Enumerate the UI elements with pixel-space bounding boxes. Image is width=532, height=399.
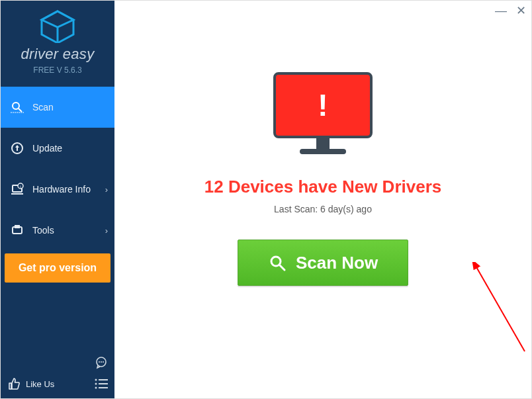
svg-marker-7: [15, 145, 19, 151]
version-label: FREE V 5.6.3: [1, 66, 114, 75]
scan-icon: [10, 101, 24, 114]
svg-point-3: [13, 103, 19, 109]
scan-now-label: Scan Now: [296, 253, 378, 273]
chevron-right-icon: ›: [105, 185, 108, 195]
sidebar-item-label: Update: [32, 143, 62, 154]
sidebar-item-hardware-info[interactable]: i Hardware Info ›: [1, 169, 114, 210]
sidebar-item-label: Hardware Info: [32, 184, 91, 195]
like-us-label: Like Us: [26, 379, 54, 389]
svg-point-18: [95, 379, 97, 381]
sidebar-item-update[interactable]: Update: [1, 128, 114, 169]
svg-point-20: [95, 383, 97, 385]
like-us-button[interactable]: Like Us: [7, 377, 54, 390]
hardware-info-icon: i: [10, 183, 24, 196]
svg-marker-1: [42, 11, 73, 27]
minimize-button[interactable]: —: [495, 5, 507, 17]
search-icon: [268, 253, 287, 272]
svg-point-24: [271, 257, 281, 266]
sidebar-footer: Like Us: [1, 352, 114, 398]
svg-line-4: [19, 109, 22, 112]
sidebar-item-scan[interactable]: Scan: [1, 87, 114, 128]
main-panel: — ✕ ! 12 Devices have New Drivers Last S…: [114, 1, 531, 398]
get-pro-button[interactable]: Get pro version: [5, 253, 111, 283]
alert-monitor-icon: !: [273, 72, 373, 157]
feedback-icon[interactable]: [95, 356, 108, 372]
window-controls: — ✕: [495, 5, 526, 17]
sidebar-item-tools[interactable]: Tools ›: [1, 210, 114, 251]
svg-point-17: [103, 361, 104, 363]
app-window: driver easy FREE V 5.6.3 Scan Update i: [1, 1, 531, 398]
scan-headline: 12 Devices have New Drivers: [204, 177, 441, 197]
menu-list-icon[interactable]: [95, 378, 108, 392]
close-button[interactable]: ✕: [516, 5, 526, 17]
sidebar-item-label: Tools: [32, 225, 54, 236]
last-scan-label: Last Scan: 6 day(s) ago: [274, 204, 372, 214]
scan-content: ! 12 Devices have New Drivers Last Scan:…: [114, 1, 531, 286]
svg-text:i: i: [20, 185, 21, 189]
logo-block: driver easy FREE V 5.6.3: [1, 1, 114, 83]
svg-point-22: [95, 387, 97, 389]
svg-point-15: [99, 361, 100, 363]
chevron-right-icon: ›: [105, 226, 108, 236]
sidebar-nav: Scan Update i Hardware Info › Tools: [1, 87, 114, 283]
thumbs-up-icon: [7, 377, 21, 390]
update-icon: [10, 142, 24, 155]
svg-point-16: [101, 361, 102, 363]
scan-now-button[interactable]: Scan Now: [238, 240, 408, 286]
exclamation-icon: !: [318, 87, 328, 123]
sidebar-item-label: Scan: [32, 102, 54, 112]
tools-icon: [10, 224, 24, 237]
sidebar: driver easy FREE V 5.6.3 Scan Update i: [1, 1, 114, 398]
brand-name: driver easy: [1, 46, 114, 63]
brand-logo-icon: [39, 10, 76, 43]
svg-line-25: [280, 265, 285, 270]
